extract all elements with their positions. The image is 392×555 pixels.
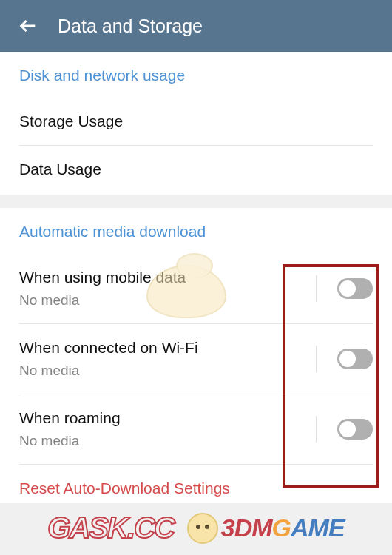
watermark-gask: GASK.CC bbox=[47, 511, 173, 545]
mobile-data-switch[interactable] bbox=[337, 278, 373, 299]
divider bbox=[19, 464, 373, 465]
data-usage-label: Data Usage bbox=[19, 161, 373, 178]
divider bbox=[19, 394, 373, 394]
wifi-switch[interactable] bbox=[337, 349, 373, 369]
mobile-data-text: When using mobile data No media bbox=[19, 269, 316, 309]
section-auto-download: Automatic media download When using mobi… bbox=[0, 208, 392, 503]
roaming-title: When roaming bbox=[19, 409, 316, 427]
reset-auto-download[interactable]: Reset Auto-Download Settings bbox=[19, 469, 373, 503]
roaming-switch[interactable] bbox=[337, 419, 373, 440]
roaming-text: When roaming No media bbox=[19, 409, 316, 449]
wifi-sub: No media bbox=[19, 363, 316, 379]
appbar: Data and Storage bbox=[0, 0, 392, 52]
storage-usage-label: Storage Usage bbox=[19, 112, 373, 130]
mascot-face-icon bbox=[187, 513, 218, 544]
section-header-auto: Automatic media download bbox=[19, 223, 373, 240]
section-disk-network: Disk and network usage Storage Usage Dat… bbox=[0, 52, 392, 195]
roaming-sub: No media bbox=[19, 433, 316, 449]
switch-separator bbox=[316, 346, 317, 372]
storage-usage-item[interactable]: Storage Usage bbox=[19, 102, 373, 141]
back-button[interactable] bbox=[13, 11, 43, 41]
mobile-data-title: When using mobile data bbox=[19, 269, 316, 286]
switch-separator bbox=[316, 275, 317, 302]
data-usage-item[interactable]: Data Usage bbox=[19, 150, 373, 189]
switch-separator bbox=[316, 416, 317, 443]
mobile-data-sub: No media bbox=[19, 292, 316, 309]
watermark-3dm-part2: G bbox=[272, 514, 291, 542]
mobile-data-item[interactable]: When using mobile data No media bbox=[19, 258, 373, 319]
wifi-title: When connected on Wi-Fi bbox=[19, 339, 316, 357]
divider bbox=[19, 145, 373, 146]
wifi-item[interactable]: When connected on Wi-Fi No media bbox=[19, 329, 373, 389]
watermark-3dm-part1: 3DM bbox=[221, 514, 272, 542]
wifi-text: When connected on Wi-Fi No media bbox=[19, 339, 316, 379]
watermark-3dm: 3DM G AME bbox=[187, 513, 345, 544]
watermark-bar: GASK.CC 3DM G AME bbox=[0, 511, 392, 545]
arrow-left-icon bbox=[18, 16, 38, 36]
roaming-item[interactable]: When roaming No media bbox=[19, 399, 373, 460]
divider bbox=[19, 323, 373, 324]
watermark-3dm-part3: AME bbox=[291, 514, 345, 542]
section-header-disk: Disk and network usage bbox=[19, 67, 373, 84]
page-title: Data and Storage bbox=[58, 16, 203, 37]
